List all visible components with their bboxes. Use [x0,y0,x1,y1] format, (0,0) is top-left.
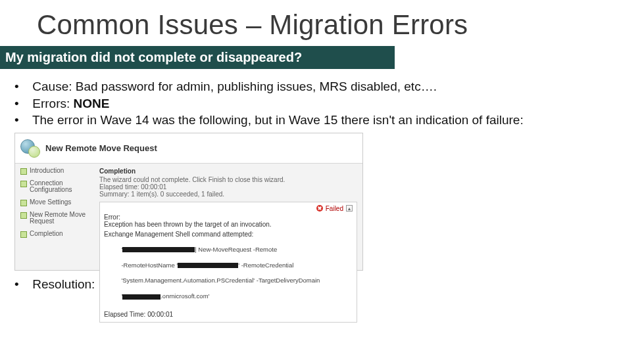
completion-desc: The wizard could not complete. Click Fin… [99,176,357,183]
wizard-content: Completion The wizard could not complete… [97,164,362,270]
summary-line: Summary: 1 item(s). 0 succeeded, 1 faile… [99,191,357,198]
bullet-list: Cause: Bad password for admin, publishin… [14,78,644,129]
nav-item-move-settings: Move Settings [20,199,94,206]
error-line: Exception has been thrown by the target … [104,221,353,228]
nav-label: Connection Configurations [30,180,94,194]
slide-title: Common Issues – Migration Errors [37,9,644,41]
redacted-block [122,294,161,300]
bullet-cause: Cause: Bad password for admin, publishin… [14,78,644,95]
nav-item-introduction: Introduction [20,168,94,175]
cmd-l2-pre: -RemoteHostName ' [121,261,178,269]
section-subtitle: My migration did not complete or disappe… [5,50,302,65]
chevron-up-icon[interactable]: ▴ [346,205,353,212]
bullet-cause-text: Bad password for admin, publishing issue… [76,79,437,93]
completion-heading: Completion [99,168,357,175]
nav-label: New Remote Move Request [30,212,94,225]
nav-item-completion: Completion [20,231,94,238]
cmd-l4-post: .onmicrosoft.com' [161,292,209,300]
error-card: Failed ▴ Error: Exception has been throw… [99,202,357,323]
section-subtitle-band: My migration did not complete or disappe… [0,46,395,69]
nav-item-connection: Connection Configurations [20,180,94,194]
failed-row: Failed ▴ [104,205,353,212]
wizard-header: New Remote Move Request [15,133,362,164]
error-label: Error: [104,214,353,221]
cmd-label: Exchange Management Shell command attemp… [104,231,353,238]
wizard-nav: Introduction Connection Configurations M… [15,164,97,270]
elapsed-err: Elapsed Time: 00:00:01 [104,311,353,318]
bullet-cause-prefix: Cause: [32,79,75,93]
cmd-l3: 'System.Management.Automation.PSCredenti… [121,277,320,284]
checkbox-icon [20,200,27,206]
redacted-block [178,263,238,268]
remote-move-icon [20,138,40,158]
nav-item-new-remote-move: New Remote Move Request [20,212,94,225]
checkbox-icon [20,212,27,219]
error-icon [316,205,323,212]
cmd-l1-post: | New-MoveRequest -Remote [195,246,277,253]
cmd-block: '| New-MoveRequest -Remote -RemoteHostNa… [104,238,353,308]
nav-label: Introduction [30,168,64,175]
failed-label: Failed [326,205,343,212]
wizard-window: New Remote Move Request Introduction Con… [14,133,363,271]
bullet-errors-prefix: Errors: [32,97,73,110]
bullet-wave-text: The error in Wave 14 was the following, … [32,113,524,127]
bullet-wave: The error in Wave 14 was the following, … [14,112,644,129]
cmd-l2-post: ' -RemoteCredential [238,261,293,269]
checkbox-icon [20,168,27,175]
checkbox-icon [20,231,27,238]
redacted-block [122,247,195,252]
wizard-title: New Remote Move Request [45,143,157,153]
checkbox-icon [20,181,27,187]
bullet-errors: Errors: NONE [14,95,644,112]
nav-label: Move Settings [30,199,71,206]
elapsed-main: Elapsed time: 00:00:01 [99,183,357,191]
bullet-errors-value: NONE [74,97,110,110]
nav-label: Completion [30,231,63,238]
